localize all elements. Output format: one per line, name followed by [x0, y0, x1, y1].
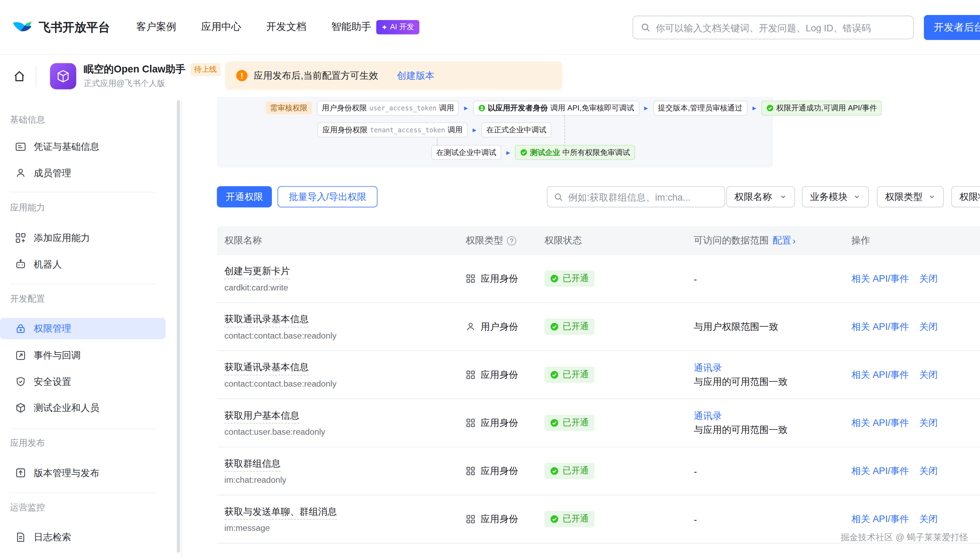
app-identity-icon	[465, 418, 476, 428]
filter-permission-status[interactable]: 权限状态	[951, 186, 980, 207]
close-permission-link[interactable]: 关闭	[919, 369, 938, 381]
close-permission-link[interactable]: 关闭	[919, 513, 938, 525]
flow-connector	[437, 138, 438, 146]
home-button[interactable]	[13, 69, 26, 82]
related-api-link[interactable]: 相关 API/事件	[852, 465, 909, 477]
sidebar-item-events[interactable]: 事件与回调	[0, 345, 166, 366]
flow-submit-version-box: 提交版本,管理员审核通过	[653, 101, 747, 116]
nav-item-ai-assistant[interactable]: 智能助手	[331, 21, 372, 34]
nav-item-dev-docs[interactable]: 开发文档	[266, 21, 306, 34]
global-search-input[interactable]	[656, 22, 905, 33]
related-api-link[interactable]: 相关 API/事件	[852, 321, 909, 333]
ai-dev-badge[interactable]: ✦ AI 开发	[377, 20, 419, 34]
scope-value: 与应用的可用范围一致	[694, 376, 852, 388]
filter-business-module[interactable]: 业务模块	[802, 186, 869, 207]
feishu-logo[interactable]: 飞书开放平台	[11, 17, 110, 38]
header-data-scope: 可访问的数据范围 配置›	[694, 235, 852, 246]
filter-permission-type[interactable]: 权限类型	[877, 186, 944, 207]
related-api-link[interactable]: 相关 API/事件	[852, 417, 909, 429]
status-badge: 已开通	[544, 367, 594, 383]
table-row: 获取用户基本信息contact:user.base:readonly 应用身份 …	[217, 399, 980, 447]
permission-name: 获取通讯录基本信息	[224, 313, 309, 327]
sidebar-item-security[interactable]: 安全设置	[0, 371, 166, 392]
close-permission-link[interactable]: 关闭	[919, 273, 938, 285]
chevron-down-icon	[779, 193, 787, 201]
scope-contacts-link[interactable]: 通讯录	[694, 410, 852, 422]
sidebar-item-credential[interactable]: 凭证与基础信息	[0, 136, 166, 158]
search-icon	[554, 192, 563, 201]
app-name: 眠空的Open Claw助手	[84, 63, 186, 76]
sidebar-section-capability: 应用能力	[10, 202, 45, 213]
release-icon	[15, 467, 26, 478]
shield-icon	[15, 376, 26, 387]
divider	[10, 284, 156, 284]
permission-name: 获取通讯录基本信息	[224, 361, 309, 375]
flow-test-debug-box: 在测试企业中调试	[431, 145, 501, 160]
brand-title: 飞书开放平台	[39, 19, 110, 36]
chevron-down-icon	[928, 193, 936, 201]
sidebar-scrollbar[interactable]	[177, 100, 180, 553]
app-identity-icon	[465, 274, 476, 284]
permission-code: contact:user.base:readonly	[224, 427, 465, 437]
feishu-bird-icon	[11, 17, 33, 38]
robot-icon	[15, 258, 26, 269]
flow-user-identity-box: 用户身份权限 user_access_token 调用	[317, 101, 459, 116]
related-api-link[interactable]: 相关 API/事件	[852, 369, 909, 381]
sidebar-item-members[interactable]: 成员管理	[0, 162, 166, 184]
close-permission-link[interactable]: 关闭	[919, 417, 938, 429]
top-navbar: 飞书开放平台 客户案例 应用中心 开发文档 智能助手 ✦ AI 开发 开发者后台	[0, 0, 980, 55]
sidebar-item-test-org[interactable]: 测试企业和人员	[0, 397, 166, 419]
close-permission-link[interactable]: 关闭	[919, 465, 938, 477]
scope-value: 与用户权限范围一致	[694, 321, 778, 331]
nav-item-app-center[interactable]: 应用中心	[201, 21, 241, 34]
sidebar-item-add-capability[interactable]: 添加应用能力	[0, 227, 166, 249]
developer-console-button[interactable]: 开发者后台	[924, 15, 980, 40]
event-callback-icon	[15, 350, 26, 361]
permission-code: contact:contact.base:readonly	[224, 331, 465, 340]
alert-message: 应用发布后,当前配置方可生效	[254, 70, 378, 82]
sidebar-item-permission[interactable]: 权限管理	[0, 318, 166, 339]
permission-code: im:message	[224, 523, 465, 533]
check-circle-icon	[766, 104, 774, 112]
sidebar-item-robot[interactable]: 机器人	[0, 254, 166, 275]
scope-config-link[interactable]: 配置›	[773, 235, 796, 246]
permission-code: cardkit:card:write	[224, 283, 465, 292]
app-identity-icon	[465, 514, 476, 524]
sidebar-item-log-search[interactable]: 日志检索	[0, 527, 166, 548]
sidebar: 基础信息 凭证与基础信息 成员管理 应用能力 添加应用能力 机器人 开发配置	[0, 97, 182, 558]
members-icon	[15, 167, 26, 179]
header-permission-name: 权限名称	[217, 235, 465, 246]
status-badge: 已开通	[544, 415, 594, 431]
help-icon[interactable]: ?	[507, 236, 516, 245]
permission-code: contact:contact.base:readonly	[224, 379, 465, 388]
batch-import-export-button[interactable]: 批量导入/导出权限	[278, 186, 377, 207]
status-badge: 已开通	[544, 511, 594, 527]
permission-flow-diagram: 需审核权限 用户身份权限 user_access_token 调用 ▸ 以应用开…	[217, 97, 773, 167]
related-api-link[interactable]: 相关 API/事件	[852, 513, 909, 525]
permission-search[interactable]	[547, 186, 725, 207]
main-nav: 客户案例 应用中心 开发文档 智能助手 ✦ AI 开发	[136, 20, 419, 34]
app-meta: 眠空的Open Claw助手 待上线 正式应用@飞书个人版	[84, 63, 220, 89]
create-version-link[interactable]: 创建版本	[397, 70, 434, 82]
filter-permission-name[interactable]: 权限名称	[726, 186, 795, 207]
permission-search-input[interactable]	[568, 192, 718, 202]
app-status-badge: 待上线	[190, 63, 220, 76]
header-permission-status: 权限状态	[544, 235, 694, 246]
permission-code: im:chat:readonly	[224, 475, 465, 484]
arrow-right-icon: ▸	[473, 126, 477, 134]
permission-table: 权限名称 权限类型 ? 权限状态 可访问的数据范围 配置› 操作 创建与更新卡片…	[217, 226, 980, 543]
permission-name: 获取与发送单聊、群组消息	[224, 506, 337, 519]
home-icon	[13, 69, 26, 82]
related-api-link[interactable]: 相关 API/事件	[852, 273, 909, 285]
check-circle-icon	[550, 370, 559, 379]
divider	[10, 492, 156, 493]
close-permission-link[interactable]: 关闭	[919, 321, 938, 333]
sidebar-item-version-release[interactable]: 版本管理与发布	[0, 462, 166, 484]
chevron-right-icon: ›	[793, 235, 796, 246]
scope-contacts-link[interactable]: 通讯录	[694, 362, 852, 374]
nav-item-customer-cases[interactable]: 客户案例	[136, 21, 176, 34]
chevron-down-icon	[853, 193, 861, 201]
open-permission-button[interactable]: 开通权限	[217, 186, 272, 207]
app-subtitle: 正式应用@飞书个人版	[84, 78, 220, 89]
global-search[interactable]	[633, 16, 914, 39]
